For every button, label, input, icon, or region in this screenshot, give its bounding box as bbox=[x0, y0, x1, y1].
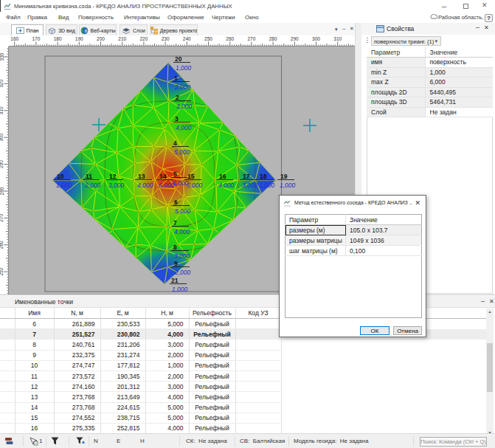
svg-text:1,000: 1,000 bbox=[280, 182, 296, 189]
svg-text:3,000: 3,000 bbox=[176, 103, 193, 110]
svg-text:250: 250 bbox=[0, 267, 4, 275]
svg-text:170: 170 bbox=[32, 36, 40, 41]
svg-text:1: 1 bbox=[174, 75, 178, 82]
svg-text:5,000: 5,000 bbox=[175, 207, 191, 215]
svg-text:16: 16 bbox=[219, 173, 226, 180]
svg-text:5,000: 5,000 bbox=[187, 182, 203, 189]
svg-text:8: 8 bbox=[85, 29, 87, 33]
svg-text:9: 9 bbox=[174, 260, 178, 267]
svg-text:14: 14 bbox=[159, 173, 167, 180]
svg-text:3,000: 3,000 bbox=[242, 182, 258, 189]
svg-text:7: 7 bbox=[173, 219, 177, 227]
svg-text:10: 10 bbox=[57, 173, 64, 180]
svg-text:260: 260 bbox=[226, 36, 234, 41]
svg-text:3: 3 bbox=[175, 115, 179, 123]
svg-text:3,000: 3,000 bbox=[108, 182, 125, 189]
svg-text:21: 21 bbox=[171, 277, 179, 284]
svg-text:300: 300 bbox=[312, 36, 320, 41]
svg-text:5,000: 5,000 bbox=[174, 148, 190, 156]
svg-text:280: 280 bbox=[0, 187, 4, 195]
svg-text:280: 280 bbox=[269, 36, 277, 41]
svg-text:6: 6 bbox=[174, 199, 178, 206]
svg-text:4,000: 4,000 bbox=[218, 182, 235, 189]
svg-text:190: 190 bbox=[75, 36, 83, 41]
svg-text:270: 270 bbox=[247, 36, 255, 41]
svg-text:2: 2 bbox=[176, 94, 179, 101]
svg-text:270: 270 bbox=[0, 214, 4, 222]
svg-text:1,000: 1,000 bbox=[56, 182, 72, 189]
svg-text:2,000: 2,000 bbox=[258, 182, 275, 189]
svg-text:1,000: 1,000 bbox=[176, 64, 192, 72]
svg-text:260: 260 bbox=[0, 241, 4, 249]
svg-text:17: 17 bbox=[243, 173, 250, 180]
svg-text:180: 180 bbox=[54, 36, 62, 41]
svg-text:3,000: 3,000 bbox=[174, 252, 190, 260]
svg-text:230: 230 bbox=[162, 36, 170, 41]
svg-text:18: 18 bbox=[260, 173, 267, 180]
svg-text:2,000: 2,000 bbox=[174, 83, 191, 91]
svg-text:210: 210 bbox=[118, 36, 126, 41]
svg-text:5: 5 bbox=[173, 170, 177, 178]
svg-text:300: 300 bbox=[0, 133, 4, 141]
svg-text:15: 15 bbox=[187, 173, 195, 180]
svg-text:310: 310 bbox=[0, 106, 4, 114]
svg-text:4,000: 4,000 bbox=[174, 228, 190, 235]
svg-text:4,000: 4,000 bbox=[176, 124, 192, 131]
svg-text:290: 290 bbox=[0, 160, 4, 168]
svg-text:330: 330 bbox=[0, 52, 4, 61]
svg-text:2,000: 2,000 bbox=[174, 269, 191, 276]
svg-text:11: 11 bbox=[86, 173, 92, 180]
svg-text:1,000: 1,000 bbox=[172, 286, 188, 293]
svg-text:320: 320 bbox=[0, 80, 4, 88]
svg-text:160: 160 bbox=[10, 36, 18, 41]
svg-text:250: 250 bbox=[204, 36, 212, 41]
svg-text:20: 20 bbox=[175, 55, 182, 63]
svg-text:240: 240 bbox=[183, 36, 191, 41]
svg-text:200: 200 bbox=[97, 36, 105, 41]
svg-text:8: 8 bbox=[173, 244, 177, 251]
svg-text:2,000: 2,000 bbox=[84, 182, 101, 189]
svg-text:12: 12 bbox=[109, 173, 117, 180]
svg-text:310: 310 bbox=[333, 36, 342, 41]
svg-text:220: 220 bbox=[139, 36, 148, 41]
svg-text:4,000: 4,000 bbox=[137, 182, 153, 189]
svg-text:19: 19 bbox=[280, 173, 288, 180]
svg-text:13: 13 bbox=[138, 173, 145, 180]
svg-text:290: 290 bbox=[291, 36, 299, 41]
svg-text:4: 4 bbox=[173, 139, 177, 147]
